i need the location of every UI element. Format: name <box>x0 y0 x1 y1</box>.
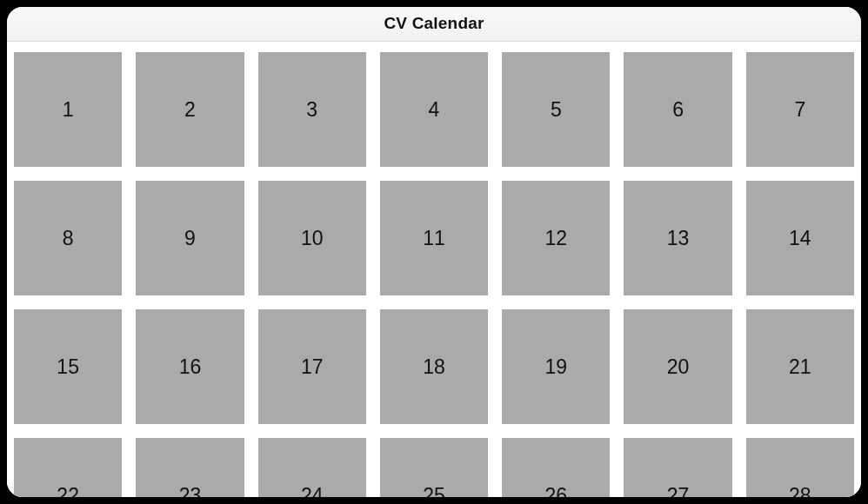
calendar-day-cell[interactable]: 5 <box>502 52 610 167</box>
calendar-day-label: 1 <box>63 98 74 122</box>
calendar-day-label: 4 <box>429 98 440 122</box>
calendar-day-cell[interactable]: 10 <box>258 181 366 295</box>
calendar-day-cell[interactable]: 14 <box>746 181 854 295</box>
calendar-day-cell[interactable]: 11 <box>380 181 488 295</box>
calendar-day-cell[interactable]: 27 <box>624 438 731 497</box>
calendar-day-label: 20 <box>667 355 690 379</box>
calendar-day-label: 17 <box>301 355 324 379</box>
calendar-day-cell[interactable]: 4 <box>380 52 488 167</box>
calendar-day-label: 8 <box>63 227 74 250</box>
calendar-day-label: 14 <box>789 227 811 250</box>
calendar-day-cell[interactable]: 28 <box>746 438 854 497</box>
calendar-day-cell[interactable]: 16 <box>136 309 244 424</box>
calendar-day-label: 6 <box>672 98 684 122</box>
calendar-day-label: 21 <box>789 355 811 379</box>
calendar-day-label: 2 <box>184 98 196 122</box>
calendar-day-label: 3 <box>306 98 317 122</box>
calendar-day-cell[interactable]: 8 <box>14 181 122 295</box>
calendar-day-cell[interactable]: 15 <box>14 309 122 424</box>
calendar-day-cell[interactable]: 13 <box>624 181 731 295</box>
calendar-day-cell[interactable]: 24 <box>258 438 366 497</box>
calendar-day-cell[interactable]: 26 <box>502 438 610 497</box>
calendar-scroll-area[interactable]: 1 2 3 4 5 6 7 8 9 10 11 12 13 14 15 16 1… <box>7 42 861 497</box>
calendar-day-label: 23 <box>179 484 202 498</box>
calendar-day-label: 15 <box>57 355 79 379</box>
calendar-day-label: 10 <box>301 227 324 250</box>
calendar-day-label: 5 <box>551 98 562 122</box>
calendar-day-label: 28 <box>789 484 811 498</box>
window-titlebar: CV Calendar <box>7 7 861 42</box>
calendar-day-label: 24 <box>301 484 324 498</box>
calendar-day-label: 19 <box>544 355 567 379</box>
calendar-day-cell[interactable]: 22 <box>14 438 122 497</box>
calendar-day-cell[interactable]: 19 <box>502 309 610 424</box>
calendar-day-label: 13 <box>667 227 690 250</box>
calendar-day-cell[interactable]: 21 <box>746 309 854 424</box>
calendar-day-cell[interactable]: 23 <box>136 438 244 497</box>
calendar-day-label: 26 <box>544 484 567 498</box>
calendar-day-cell[interactable]: 9 <box>136 181 244 295</box>
calendar-day-cell[interactable]: 7 <box>746 52 854 167</box>
device-frame: CV Calendar 1 2 3 4 5 6 7 8 9 10 11 12 1… <box>0 0 868 504</box>
calendar-day-label: 11 <box>423 227 445 250</box>
calendar-day-label: 12 <box>544 227 567 250</box>
calendar-day-label: 25 <box>423 484 445 498</box>
calendar-grid: 1 2 3 4 5 6 7 8 9 10 11 12 13 14 15 16 1… <box>7 52 861 497</box>
calendar-day-cell[interactable]: 2 <box>136 52 244 167</box>
calendar-day-cell[interactable]: 3 <box>258 52 366 167</box>
calendar-day-cell[interactable]: 18 <box>380 309 488 424</box>
calendar-day-cell[interactable]: 6 <box>624 52 731 167</box>
calendar-day-label: 22 <box>57 484 79 498</box>
calendar-day-label: 9 <box>184 227 196 250</box>
calendar-day-label: 18 <box>423 355 445 379</box>
calendar-day-label: 27 <box>667 484 690 498</box>
calendar-day-label: 16 <box>179 355 202 379</box>
calendar-day-cell[interactable]: 1 <box>14 52 122 167</box>
calendar-day-cell[interactable]: 12 <box>502 181 610 295</box>
calendar-day-cell[interactable]: 17 <box>258 309 366 424</box>
screen: CV Calendar 1 2 3 4 5 6 7 8 9 10 11 12 1… <box>7 7 861 497</box>
calendar-day-cell[interactable]: 20 <box>624 309 731 424</box>
calendar-day-cell[interactable]: 25 <box>380 438 488 497</box>
window-title: CV Calendar <box>7 14 861 33</box>
calendar-day-label: 7 <box>794 98 805 122</box>
